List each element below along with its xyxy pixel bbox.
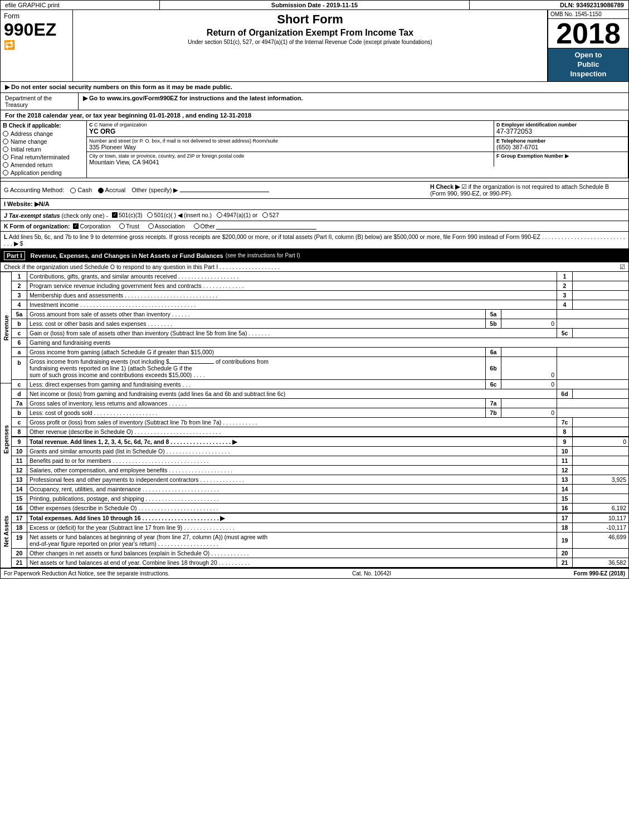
footer-cat: Cat. No. 10642I — [352, 570, 391, 577]
line-6d-row: d Net income or (loss) from gaming and f… — [12, 389, 628, 399]
submission-label: Submission Date - 2019-11-15 — [160, 1, 470, 9]
line-14-row: 14 Occupancy, rent, utilities, and maint… — [12, 485, 628, 494]
open-to-public: Open to Public Inspection — [548, 48, 628, 81]
app-pending-label: Application pending — [11, 169, 62, 176]
line-5c-row: c Gain or (loss) from sale of assets oth… — [12, 329, 628, 338]
form-under: Under section 501(c), 527, or 4947(a)(1)… — [75, 39, 545, 45]
year-line: For the 2018 calendar year, or tax year … — [1, 110, 628, 121]
dept-label: Department of the Treasury — [1, 93, 79, 110]
h-check: ☑ — [461, 183, 467, 190]
top-bar: efile GRAPHIC print Submission Date - 20… — [0, 0, 629, 10]
expenses-vert-label: Expenses — [1, 383, 11, 495]
line-21-row: 21 Net assets or fund balances at end of… — [12, 558, 628, 568]
line-7b-row: b Less: cost of goods sold . . . . . . .… — [12, 408, 628, 418]
line-2-row: 2 Program service revenue including gove… — [12, 281, 628, 291]
form-icon: 🔁 — [4, 40, 69, 50]
line-8-row: 8 Other revenue (describe in Schedule O)… — [12, 427, 628, 437]
notice1-row: ▶ Do not enter social security numbers o… — [1, 82, 628, 93]
final-return-label: Final return/terminated — [11, 154, 70, 160]
line-19-row: 19 Net assets or fund balances at beginn… — [12, 533, 628, 549]
accrual-label: Accrual — [105, 187, 126, 193]
line-16-row: 16 Other expenses (describe in Schedule … — [12, 504, 628, 513]
address-change-label: Address change — [11, 130, 53, 137]
form-subtitle: Return of Organization Exempt From Incom… — [75, 28, 545, 38]
form-title: Short Form — [75, 12, 545, 27]
c-section: C C Name of organization YC ORG — [87, 121, 494, 136]
form-title-section: Short Form Return of Organization Exempt… — [73, 10, 548, 81]
footer-right: Form 990-EZ (2018) — [574, 570, 625, 577]
city-label: City or town, state or province, country… — [89, 153, 491, 159]
line-6a-row: a Gross income from gaming (attach Sched… — [12, 348, 628, 357]
f-section: F Group Exemption Number ▶ — [494, 152, 628, 167]
line-12-row: 12 Salaries, other compensation, and emp… — [12, 466, 628, 475]
line-11-row: 11 Benefits paid to or for members . . .… — [12, 456, 628, 466]
name-addr-section: C C Name of organization YC ORG D Employ… — [87, 121, 628, 178]
line-13-row: 13 Professional fees and other payments … — [12, 475, 628, 485]
l-text: L Add lines 5b, 6c, and 7b to line 9 to … — [4, 233, 625, 247]
line-7c-row: c Gross profit or (loss) from sales of i… — [12, 418, 628, 427]
amended-return-radio — [3, 162, 8, 168]
name-change-radio — [3, 139, 8, 144]
address-change-item: Address change — [3, 130, 84, 138]
l-row: L Add lines 5b, 6c, and 7b to line 9 to … — [1, 232, 628, 250]
g-label: G Accounting Method: — [4, 187, 64, 193]
line-18-row: 18 Excess or (deficit) for the year (Sub… — [12, 523, 628, 533]
b-check-label: B Check if applicable: — [3, 122, 84, 129]
net-assets-vert-label: Net Assets — [1, 495, 11, 568]
f-label: F Group Exemption Number ▶ — [496, 153, 626, 159]
line-5a-row: 5a Gross amount from sale of assets othe… — [12, 310, 628, 319]
name-change-item: Name change — [3, 138, 84, 145]
g-row: G Accounting Method: Cash Accrual Other … — [1, 182, 628, 199]
year-display: 2018 — [548, 19, 628, 48]
part1-check-row: Check if the organization used Schedule … — [1, 262, 628, 272]
phone: (650) 387-6701 — [496, 144, 626, 150]
e-label: E Telephone number — [496, 138, 626, 144]
j-row: J Tax-exempt status (check only one) - ✓… — [1, 210, 628, 221]
app-pending-item: Application pending — [3, 169, 84, 177]
form-label: Form — [4, 12, 69, 20]
amended-return-label: Amended return — [11, 162, 52, 168]
name-change-label: Name change — [11, 138, 47, 145]
line-6b-row: b Gross income from fundraising events (… — [12, 357, 628, 380]
cash-label: Cash — [77, 187, 92, 193]
check-section-left: B Check if applicable: Address change Na… — [1, 121, 87, 178]
footer-row: For Paperwork Reduction Act Notice, see … — [1, 568, 628, 578]
line-3-row: 3 Membership dues and assessments . . . … — [12, 291, 628, 300]
app-pending-radio — [3, 170, 8, 175]
line-6c-row: c Less: direct expenses from gaming and … — [12, 380, 628, 389]
accrual-radio — [98, 188, 104, 193]
city-section: City or town, state or province, country… — [87, 152, 494, 167]
d-label: D Employer identification number — [496, 122, 626, 128]
notice2-row: Department of the Treasury ▶ Go to www.i… — [1, 93, 628, 110]
line-6-row: 6 Gaming and fundraising events — [12, 338, 628, 348]
addr-section: Number and street (or P. O. box, if mail… — [87, 137, 494, 152]
amended-return-item: Amended return — [3, 161, 84, 169]
addr-label: Number and street (or P. O. box, if mail… — [89, 138, 491, 144]
part1-subtitle: (see the instructions for Part I) — [226, 252, 300, 258]
d-section: D Employer identification number 47-3772… — [494, 121, 628, 136]
line-7a-row: 7a Gross sales of inventory, less return… — [12, 399, 628, 408]
line-17-row: 17 Total expenses. Add lines 10 through … — [12, 513, 628, 523]
org-name: YC ORG — [89, 128, 491, 135]
final-return-radio — [3, 154, 8, 160]
line-1-row: 1 Contributions, gifts, grants, and simi… — [12, 272, 628, 281]
line-9-row: 9 Total revenue. Add lines 1, 2, 3, 4, 5… — [12, 437, 628, 447]
revenue-vert-label: Revenue — [1, 272, 11, 384]
city-value: Mountain View, CA 94041 — [89, 159, 491, 165]
part1-label: Part I — [4, 251, 25, 260]
k-label: K Form of organization: — [4, 223, 70, 229]
footer-left: For Paperwork Reduction Act Notice, see … — [4, 570, 169, 577]
line-10-row: 10 Grants and similar amounts paid (list… — [12, 447, 628, 456]
initial-return-radio — [3, 146, 8, 152]
main-container: Form 990EZ 🔁 Short Form Return of Organi… — [0, 10, 629, 579]
c-label: C C Name of organization — [89, 122, 491, 128]
i-row: I Website: ▶N/A — [1, 199, 628, 210]
line-4-row: 4 Investment income . . . . . . . . . . … — [12, 300, 628, 310]
part1-title: Revenue, Expenses, and Changes in Net As… — [31, 252, 223, 259]
h-label: H Check ▶ — [430, 183, 460, 190]
part1-checkbox: ☑ — [620, 263, 625, 270]
e-section: E Telephone number (650) 387-6701 — [494, 137, 628, 152]
part1-header: Part I Revenue, Expenses, and Changes in… — [1, 250, 628, 262]
line-15-row: 15 Printing, publications, postage, and … — [12, 494, 628, 504]
ein: 47-3772053 — [496, 128, 626, 135]
